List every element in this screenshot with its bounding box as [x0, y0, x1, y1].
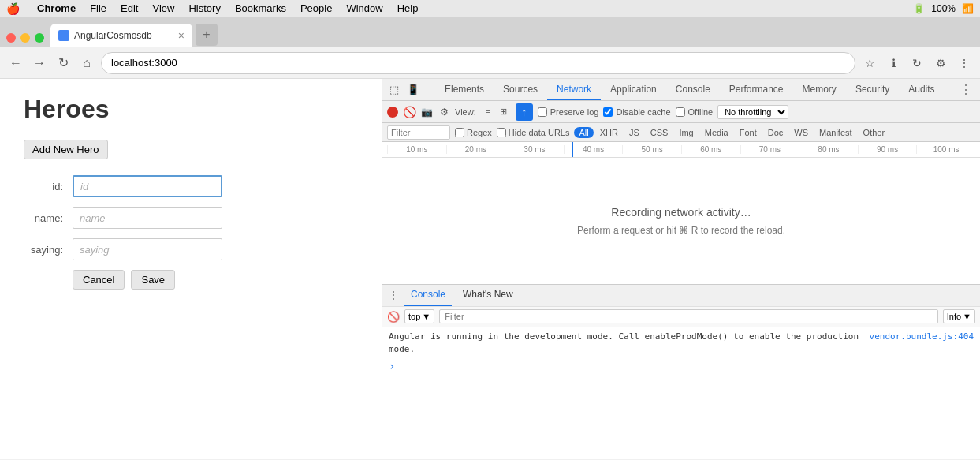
- apple-menu[interactable]: 🍎: [6, 2, 20, 15]
- tab-network[interactable]: Network: [547, 79, 601, 100]
- id-input[interactable]: [73, 175, 222, 197]
- console-menu-icon[interactable]: ⋮: [387, 289, 400, 301]
- filter-tag-js[interactable]: JS: [624, 127, 644, 138]
- console-source-1[interactable]: vendor.bundle.js:404: [870, 331, 974, 357]
- filter-tag-xhr[interactable]: XHR: [595, 127, 623, 138]
- console-prompt-icon: ›: [389, 358, 395, 375]
- menu-view[interactable]: View: [152, 2, 174, 14]
- throttling-select[interactable]: No throttling: [717, 105, 788, 119]
- top-context-selector[interactable]: top ▼: [404, 309, 434, 323]
- filter-tag-css[interactable]: CSS: [646, 127, 673, 138]
- menu-chrome[interactable]: Chrome: [37, 2, 76, 14]
- filter-tag-doc[interactable]: Doc: [763, 127, 788, 138]
- menu-history[interactable]: History: [188, 2, 220, 14]
- menu-file[interactable]: File: [90, 2, 106, 14]
- clear-button[interactable]: 🚫: [403, 106, 415, 118]
- tab-title: AngularCosmosdb: [74, 30, 173, 41]
- menu-window[interactable]: Window: [346, 2, 382, 14]
- console-clear-button[interactable]: 🚫: [387, 310, 400, 323]
- devtools-device-icon[interactable]: 📱: [404, 81, 422, 99]
- console-message-1: Angular is running in the development mo…: [389, 331, 863, 357]
- tab-performance[interactable]: Performance: [720, 79, 793, 100]
- app-title: Heroes: [24, 95, 358, 124]
- menu-help[interactable]: Help: [397, 2, 419, 14]
- tab-security[interactable]: Security: [846, 79, 899, 100]
- recording-hint: Perform a request or hit ⌘ R to record t…: [577, 225, 785, 236]
- tab-close-button[interactable]: ×: [178, 29, 184, 42]
- import-har-button[interactable]: ↑: [516, 103, 533, 121]
- devtools-inspect-icon[interactable]: ⬚: [386, 81, 403, 99]
- view-label: View:: [455, 107, 476, 117]
- filter-icon[interactable]: ⚙: [438, 106, 450, 118]
- record-button[interactable]: [387, 107, 398, 118]
- name-label: name:: [24, 212, 63, 224]
- preserve-log-checkbox[interactable]: [538, 107, 547, 117]
- add-new-hero-button[interactable]: Add New Hero: [24, 140, 108, 159]
- close-dot[interactable]: [6, 33, 16, 43]
- ruler-mark-80: 80 ms: [799, 145, 858, 154]
- devtools-network-controls: 🚫 📷 ⚙ View: ≡ ⊞ ↑ Preserve log Disable c…: [382, 101, 980, 123]
- network-filter-input[interactable]: [387, 125, 450, 140]
- info-icon[interactable]: ℹ: [884, 54, 903, 73]
- menu-bookmarks[interactable]: Bookmarks: [235, 2, 286, 14]
- menu-people[interactable]: People: [300, 2, 332, 14]
- refresh2-icon[interactable]: ↻: [907, 54, 926, 73]
- top-chevron-icon: ▼: [422, 312, 430, 321]
- screenshot-button[interactable]: 📷: [420, 106, 433, 118]
- hide-data-urls-checkbox[interactable]: [497, 128, 506, 137]
- active-tab[interactable]: AngularCosmosdb ×: [50, 24, 192, 47]
- tab-audits[interactable]: Audits: [899, 79, 944, 100]
- back-button[interactable]: ←: [6, 54, 25, 73]
- id-form-group: id:: [24, 175, 358, 197]
- home-button[interactable]: ⌂: [77, 54, 96, 73]
- mac-menubar: 🍎 Chrome File Edit View History Bookmark…: [0, 0, 980, 17]
- devtools-tabs: Elements Sources Network Application Con…: [435, 79, 945, 100]
- offline-checkbox[interactable]: [676, 107, 685, 117]
- disable-cache-checkbox[interactable]: [603, 107, 613, 117]
- name-input[interactable]: [73, 207, 222, 229]
- menu-dots-icon[interactable]: ⋮: [955, 54, 974, 73]
- tab-sources[interactable]: Sources: [494, 79, 547, 100]
- content-area: Heroes Add New Hero id: name: saying: Ca…: [0, 79, 980, 459]
- tab-bar: AngularCosmosdb × +: [0, 17, 980, 47]
- disable-cache-label: Disable cache: [616, 107, 670, 117]
- tab-application[interactable]: Application: [601, 79, 666, 100]
- maximize-dot[interactable]: [35, 33, 44, 43]
- filter-tag-media[interactable]: Media: [700, 127, 733, 138]
- devtools-filter-bar: Regex Hide data URLs All XHR JS CSS Img …: [382, 123, 980, 142]
- offline-area: Offline: [676, 107, 714, 117]
- grid-view-icon[interactable]: ⊞: [497, 105, 511, 119]
- new-tab-button[interactable]: +: [196, 24, 218, 46]
- menu-edit[interactable]: Edit: [121, 2, 138, 14]
- devtools-more-icon[interactable]: ⋮: [955, 82, 977, 97]
- save-button[interactable]: Save: [131, 270, 175, 290]
- filter-tag-img[interactable]: Img: [674, 127, 698, 138]
- devtools-toolbar: ⬚ 📱 Elements Sources Network Application…: [382, 79, 980, 101]
- address-input[interactable]: [101, 52, 855, 74]
- filter-tag-font[interactable]: Font: [735, 127, 762, 138]
- ruler-mark-100: 100 ms: [916, 145, 975, 154]
- refresh-button[interactable]: ↻: [54, 54, 73, 73]
- forward-button[interactable]: →: [30, 54, 49, 73]
- list-view-icon[interactable]: ≡: [481, 105, 495, 119]
- ruler-mark-70: 70 ms: [740, 145, 799, 154]
- filter-tag-other[interactable]: Other: [859, 127, 890, 138]
- console-tab-console[interactable]: Console: [404, 285, 452, 306]
- bookmark-star-icon[interactable]: ☆: [860, 54, 879, 73]
- cancel-button[interactable]: Cancel: [73, 270, 125, 290]
- console-tab-whats-new[interactable]: What's New: [456, 285, 520, 306]
- saying-input[interactable]: [73, 238, 222, 260]
- filter-tag-ws[interactable]: WS: [789, 127, 813, 138]
- filter-tag-all[interactable]: All: [574, 127, 593, 138]
- filter-tag-manifest[interactable]: Manifest: [814, 127, 857, 138]
- devtools-panel: ⬚ 📱 Elements Sources Network Application…: [382, 79, 980, 459]
- name-form-group: name:: [24, 207, 358, 229]
- tab-memory[interactable]: Memory: [793, 79, 846, 100]
- regex-checkbox[interactable]: [455, 128, 464, 137]
- tab-console[interactable]: Console: [666, 79, 720, 100]
- console-filter-input[interactable]: [439, 309, 938, 323]
- tab-elements[interactable]: Elements: [435, 79, 494, 100]
- log-level-selector[interactable]: Info ▼: [943, 309, 975, 323]
- minimize-dot[interactable]: [20, 33, 30, 43]
- extension-icon[interactable]: ⚙: [931, 54, 950, 73]
